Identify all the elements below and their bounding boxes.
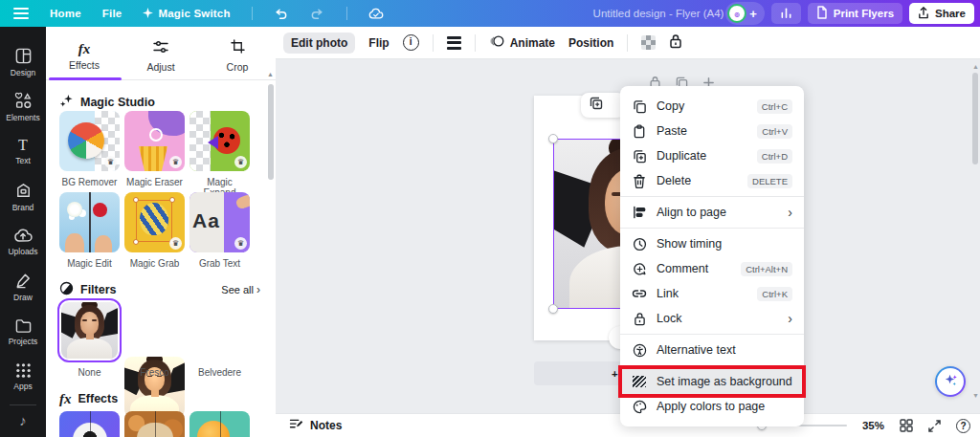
menu-item-alternative-text[interactable]: Alternative text	[620, 338, 804, 362]
thumb-label: Fresco	[124, 367, 185, 378]
tab-effects[interactable]: fx Effects	[46, 36, 122, 71]
thumb-label: Magic Eraser	[124, 177, 185, 187]
account-pill[interactable]: ◎ +	[725, 2, 765, 25]
thumb-label: Magic Edit	[59, 258, 120, 269]
menu-item-set-image-as-background[interactable]: Set image as background	[620, 369, 804, 394]
filters-see-all-link[interactable]: See all ›	[221, 283, 260, 296]
sidebar-item-audio[interactable]: ♪	[0, 409, 46, 430]
print-flyers-button[interactable]: Print Flyers	[808, 3, 902, 24]
info-icon[interactable]: i	[403, 34, 419, 51]
projects-icon	[14, 317, 33, 334]
magic-switch-star-icon	[143, 8, 153, 20]
sidebar-item-draw[interactable]: Draw	[0, 264, 46, 309]
magic-studio-magic-grab[interactable]: ♛	[124, 192, 185, 252]
duplicate-icon[interactable]	[590, 97, 603, 114]
magic-studio-bg-remover[interactable]: ♛	[59, 111, 120, 171]
menu-file[interactable]: File	[102, 8, 122, 19]
menu-hamburger-icon[interactable]	[13, 8, 29, 19]
sidebar-item-apps[interactable]: Apps	[0, 354, 46, 399]
shortcut-badge: Ctrl+C	[757, 99, 792, 114]
menu-item-show-timing[interactable]: Show timing	[620, 231, 804, 256]
effect-thumb-duotone[interactable]	[124, 411, 185, 437]
thumb-label: Grab Text	[189, 258, 250, 269]
transparency-icon[interactable]	[641, 35, 656, 50]
text-icon: T	[18, 138, 28, 153]
selection-handle-bottom-left[interactable]	[548, 304, 558, 314]
menu-item-paste[interactable]: Paste Ctrl+V	[620, 119, 804, 143]
shortcut-badge: Ctrl+D	[757, 149, 792, 164]
cloud-saved-icon	[368, 6, 384, 21]
effect-thumb-blur[interactable]	[189, 411, 250, 437]
sidebar-item-projects[interactable]: Projects	[0, 309, 46, 354]
lock-icon[interactable]	[669, 33, 682, 53]
divider	[346, 7, 347, 20]
magic-studio-grab-text[interactable]: Aa ♛	[189, 192, 250, 252]
menu-item-apply-colors-to-page[interactable]: Apply colors to page	[620, 394, 804, 419]
pages-grid-icon[interactable]	[900, 419, 913, 432]
link-icon	[632, 286, 647, 301]
tab-crop[interactable]: Crop	[199, 33, 276, 73]
scroll-down-arrow[interactable]: ▼	[972, 392, 979, 399]
canvas-scrollbar[interactable]	[972, 73, 978, 164]
magic-studio-magic-eraser[interactable]: ♛	[124, 111, 185, 171]
undo-icon[interactable]	[274, 6, 289, 21]
sidebar-item-uploads[interactable]: Uploads	[0, 219, 46, 264]
selection-handle-top-left[interactable]	[548, 134, 558, 143]
duplicate-icon	[632, 148, 647, 164]
magic-studio-magic-edit[interactable]	[59, 192, 120, 252]
position-button[interactable]: Position	[568, 36, 613, 50]
stripes-icon	[632, 374, 647, 389]
adjust-bars-icon[interactable]	[447, 33, 461, 52]
magic-studio-magic-expand[interactable]: ♛	[189, 111, 250, 171]
share-button[interactable]: Share	[909, 3, 974, 24]
chevron-right-icon: ›	[788, 311, 792, 326]
avatar[interactable]: ◎	[727, 4, 746, 23]
chevron-right-icon: ›	[256, 283, 260, 296]
filter-none[interactable]	[61, 302, 118, 359]
menu-item-comment[interactable]: Comment Ctrl+Alt+N	[620, 256, 804, 281]
edit-photo-button[interactable]: Edit photo	[283, 33, 355, 54]
sliders-icon	[153, 40, 168, 57]
divider	[620, 334, 804, 335]
shortcut-badge: DELETE	[747, 174, 792, 188]
help-icon[interactable]: ?	[956, 419, 970, 433]
zoom-level[interactable]: 35%	[862, 420, 884, 431]
fullscreen-icon[interactable]	[928, 420, 941, 432]
sidebar-item-text[interactable]: T Text	[0, 129, 46, 174]
divider	[620, 196, 804, 197]
tab-adjust[interactable]: Adjust	[122, 34, 199, 73]
sidebar-item-elements[interactable]: Elements	[0, 84, 46, 129]
effect-thumb-shadow[interactable]	[59, 411, 120, 437]
pro-crown-icon: ♛	[234, 237, 247, 250]
panel-scroll-up-arrow[interactable]: ▲	[267, 71, 274, 77]
panel-scrollbar[interactable]	[268, 84, 274, 180]
crop-icon	[231, 39, 245, 57]
draw-icon	[14, 272, 33, 290]
insights-button[interactable]	[771, 3, 801, 24]
redo-icon[interactable]	[310, 6, 325, 21]
flip-button[interactable]: Flip	[368, 36, 389, 50]
menu-item-lock[interactable]: Lock ›	[620, 306, 804, 331]
menu-home[interactable]: Home	[50, 8, 81, 19]
menu-item-link[interactable]: Link Ctrl+K	[620, 281, 804, 306]
menu-item-copy[interactable]: Copy Ctrl+C	[620, 94, 804, 119]
canva-assistant-button[interactable]	[935, 366, 966, 397]
menu-item-duplicate[interactable]: Duplicate Ctrl+D	[620, 143, 804, 168]
animate-button[interactable]: Animate	[489, 34, 555, 52]
menu-item-delete[interactable]: Delete DELETE	[620, 168, 804, 193]
menu-magic-switch[interactable]: Magic Switch	[143, 8, 230, 20]
divider	[475, 34, 476, 52]
add-member-icon[interactable]: +	[749, 7, 757, 21]
divider	[433, 34, 434, 52]
thumb-label: Magic Grab	[124, 258, 185, 269]
scroll-up-arrow[interactable]: ▲	[972, 63, 979, 70]
top-bar: Home File Magic Switch Untitled design -…	[0, 0, 980, 27]
elements-icon	[14, 92, 33, 110]
share-icon	[918, 7, 929, 21]
notes-button[interactable]: Notes	[289, 418, 342, 433]
filter-fresco[interactable]	[124, 357, 185, 417]
print-doc-icon	[816, 6, 828, 21]
menu-item-align-to-page[interactable]: Align to page ›	[620, 200, 804, 225]
sidebar-item-brand[interactable]: Brand	[0, 174, 46, 219]
sidebar-item-design[interactable]: Design	[0, 39, 46, 84]
